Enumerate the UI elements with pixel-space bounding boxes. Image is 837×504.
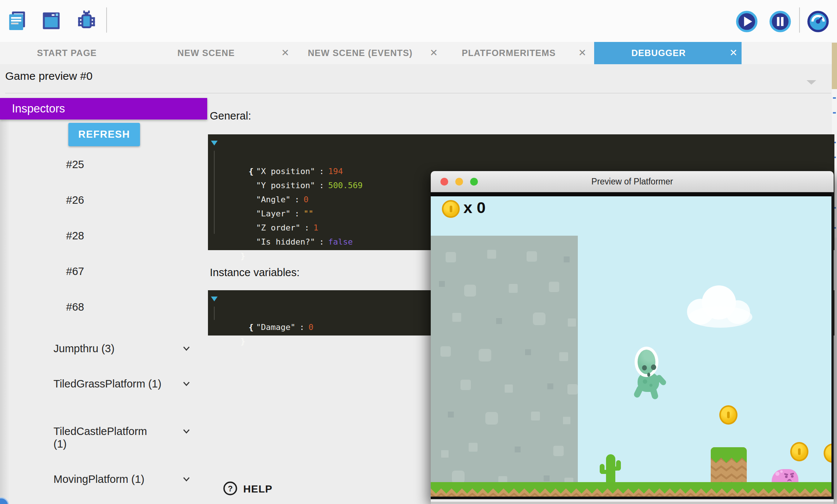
instance-item[interactable]: #68 <box>66 301 84 313</box>
close-tab-icon[interactable]: ✕ <box>729 47 738 59</box>
collapse-triangle-icon[interactable] <box>211 297 218 301</box>
instance-item[interactable]: #28 <box>66 229 84 242</box>
chevron-down-icon[interactable] <box>807 80 816 85</box>
tab-label: START PAGE <box>37 48 97 58</box>
preview-window: Preview of Platformer x 0 <box>431 171 834 502</box>
editor-tab-bar: START PAGE NEW SCENE ✕ NEW SCENE (EVENTS… <box>0 42 837 64</box>
sidebar-scroll-shadow <box>0 120 10 504</box>
general-heading: General: <box>210 110 251 122</box>
coin-sprite <box>824 444 834 463</box>
gdevelop-debugger-window: START PAGE NEW SCENE ✕ NEW SCENE (EVENTS… <box>0 0 837 504</box>
tab-new-scene[interactable]: NEW SCENE ✕ <box>134 42 293 64</box>
profiler-icon[interactable] <box>807 11 829 32</box>
project-manager-icon[interactable] <box>6 9 28 32</box>
game-letterbox <box>431 192 834 196</box>
castle-wall-sprite <box>431 236 578 499</box>
tab-platformeritems[interactable]: PLATFORMERITEMS ✕ <box>442 42 590 64</box>
close-tab-icon[interactable]: ✕ <box>578 47 587 59</box>
object-group-movingplatform[interactable]: MovingPlatform (1) <box>53 473 162 485</box>
inspectors-title: Inspectors <box>12 102 65 115</box>
instance-item[interactable]: #25 <box>66 158 84 171</box>
close-tab-icon[interactable]: ✕ <box>430 47 438 59</box>
game-canvas[interactable]: x 0 <box>431 196 834 499</box>
edge-panel-strip <box>832 43 837 89</box>
desktop-strip <box>431 502 834 504</box>
object-group-tiledgrassplatform[interactable]: TiledGrassPlatform (1) <box>53 377 162 390</box>
question-mark-icon: ? <box>223 481 238 497</box>
instance-item[interactable]: #26 <box>66 194 84 206</box>
ground-sprite <box>431 482 831 497</box>
coin-counter: x 0 <box>463 199 486 217</box>
help-button[interactable]: ? HELP <box>223 481 273 497</box>
chevron-down-icon[interactable] <box>180 425 192 437</box>
tab-label: NEW SCENE <box>178 48 235 58</box>
coin-sprite <box>790 442 808 461</box>
tab-label: PLATFORMERITEMS <box>462 48 556 58</box>
chevron-down-icon[interactable] <box>180 473 192 485</box>
cloud-sprite <box>687 285 754 329</box>
json-open-brace-row: { <box>208 136 834 150</box>
tab-label: NEW SCENE (EVENTS) <box>308 48 413 58</box>
grass-platform-sprite <box>711 447 747 485</box>
game-preview-selector[interactable]: Game preview #0 <box>5 70 92 82</box>
wall-tile-pattern <box>431 236 441 246</box>
preview-window-titlebar[interactable]: Preview of Platformer <box>431 171 834 192</box>
divider <box>5 93 831 94</box>
main-toolbar <box>0 0 837 42</box>
svg-text:?: ? <box>228 484 232 493</box>
edge-strip-mark <box>833 112 836 114</box>
close-tab-icon[interactable]: ✕ <box>281 47 290 59</box>
edge-strip-mark <box>833 97 836 99</box>
tab-label: DEBUGGER <box>631 48 686 58</box>
json-row-x-position: "X position":194 <box>208 150 834 164</box>
tab-new-scene-events[interactable]: NEW SCENE (EVENTS) ✕ <box>293 42 442 64</box>
instance-item[interactable]: #67 <box>66 265 84 278</box>
refresh-button[interactable]: REFRESH <box>68 123 140 146</box>
object-group-jumpthru[interactable]: Jumpthru (3) <box>53 342 162 355</box>
object-group-tiledcastleplatform[interactable]: TiledCastlePlatform (1) <box>53 425 162 450</box>
chevron-down-icon[interactable] <box>180 343 192 354</box>
toolbar-divider <box>106 7 107 33</box>
help-label: HELP <box>243 483 273 495</box>
coin-sprite <box>719 405 737 425</box>
inspectors-header: Inspectors <box>0 98 207 120</box>
play-icon[interactable] <box>736 11 758 32</box>
cactus-sprite <box>600 454 620 485</box>
debugger-icon[interactable] <box>75 9 98 32</box>
chevron-down-icon[interactable] <box>180 378 192 390</box>
player-character-sprite <box>633 347 667 398</box>
toolbar-divider <box>799 7 800 33</box>
preview-window-title: Preview of Platformer <box>431 171 834 192</box>
pause-icon[interactable] <box>769 11 791 32</box>
tab-debugger[interactable]: DEBUGGER ✕ <box>594 42 742 64</box>
tab-start-page[interactable]: START PAGE <box>0 42 134 64</box>
collapse-triangle-icon[interactable] <box>211 141 218 145</box>
scene-editor-icon[interactable] <box>40 9 62 32</box>
hud-coin-icon <box>442 200 460 218</box>
